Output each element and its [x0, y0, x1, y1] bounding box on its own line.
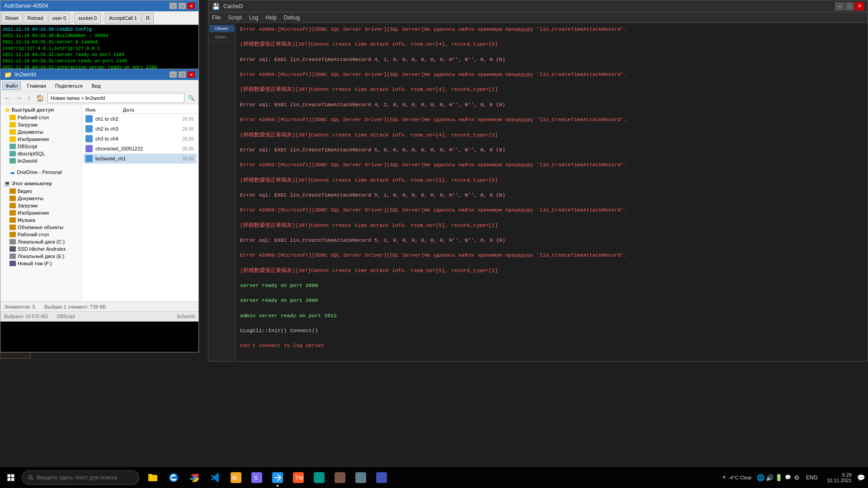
sidebar-documents[interactable]: Документы	[0, 128, 81, 136]
taskbar-app8[interactable]: TM	[288, 468, 308, 488]
sidebar-drive-c[interactable]: Локальный диск (C:)	[0, 238, 81, 245]
menu-share[interactable]: Поделиться	[52, 82, 85, 89]
back-button[interactable]: ←	[2, 94, 12, 102]
sidebar-video[interactable]: Видео	[0, 188, 81, 195]
exp-minimize[interactable]: ─	[170, 71, 177, 78]
sidebar-dl[interactable]: Загрузки	[0, 202, 81, 209]
file-ch2-ch3[interactable]: ch2 to ch3 28.06.	[84, 124, 197, 134]
output-line: Error 42000:[Microsoft][ODBC SQL Server …	[240, 252, 863, 259]
restore-button[interactable]: □	[179, 3, 186, 9]
sidebar-wdesktop[interactable]: Рабочий стол	[0, 231, 81, 238]
menu-script[interactable]: Script	[228, 14, 242, 21]
output-line: Error 42000:[Microsoft][ODBC SQL Server …	[240, 161, 863, 169]
search-input[interactable]	[37, 474, 127, 481]
sidebar-music[interactable]: Музыка	[0, 216, 81, 224]
sidebar-downloads[interactable]: Загрузки	[0, 121, 81, 128]
menu-view[interactable]: Вид	[89, 82, 104, 89]
output-line: server ready on port 2006	[240, 297, 863, 305]
up-button[interactable]: ↑	[26, 94, 33, 102]
sidebar-images[interactable]: Изображения	[0, 136, 81, 143]
svg-rect-12	[355, 472, 366, 483]
tray-settings[interactable]: ⚙	[793, 474, 801, 481]
taskbar-app12[interactable]	[372, 468, 392, 488]
reset-button[interactable]: Reset	[1, 13, 23, 23]
language-indicator[interactable]: ENG	[802, 474, 821, 481]
exp-restore[interactable]: □	[179, 71, 186, 78]
taskbar-app11[interactable]	[351, 468, 371, 488]
file-lin2world-ch1[interactable]: lin2world_ch1 28.06.	[84, 154, 197, 164]
sidebar-ssd[interactable]: SSD Hitcher Androlex	[0, 245, 81, 253]
output-line: Error sql: EXEC lin_CreateTimeAttackReco…	[240, 56, 863, 64]
sidebar-dbscript[interactable]: DBScript	[0, 143, 81, 150]
menu-debug[interactable]: Debug	[284, 14, 300, 21]
start-button[interactable]	[0, 467, 22, 488]
menu-file-cached[interactable]: File	[212, 14, 221, 21]
file-ch3-ch4[interactable]: ch3 to ch4 28.06.	[84, 134, 197, 144]
explorer-body: ⭐ Быстрый доступ Рабочий стол Загрузки Д…	[0, 104, 198, 301]
taskbar-explorer[interactable]	[143, 468, 163, 488]
taskbar-app9[interactable]	[309, 468, 329, 488]
taskbar-tray: ☀ -4°C Clear 🌐 🔊 🔋 💬 ⚙ ENG 5:29 10.11.20…	[715, 472, 868, 483]
menu-home[interactable]: Главная	[24, 82, 49, 89]
user-button[interactable]: user 0	[48, 13, 71, 23]
quick-access-header: ⭐ Быстрый доступ	[0, 106, 81, 114]
taskbar-app7[interactable]	[268, 468, 288, 488]
reload-button[interactable]: Reload	[24, 13, 47, 23]
cached-output: Unowned items are cleared.Unowned items …	[236, 23, 868, 361]
taskbar-search[interactable]	[22, 470, 139, 485]
output-line: [烬模数瑷借正筹揭灰][207]Cannot create time attac…	[240, 86, 863, 94]
taskbar-app6[interactable]: S	[247, 468, 267, 488]
forward-button[interactable]: →	[14, 94, 24, 102]
sidebar-lin2world[interactable]: lin2world	[0, 157, 81, 164]
file-chronicled[interactable]: chronicled_20051222 05.06.	[84, 144, 197, 154]
panel-conn[interactable]: Conn...	[209, 33, 234, 41]
close-button[interactable]: ✕	[188, 3, 195, 9]
sidebar-imgs[interactable]: Изображения	[0, 209, 81, 216]
menu-file[interactable]: Файл	[2, 82, 21, 90]
accept-call-button[interactable]: AcceptCall 1	[105, 13, 141, 23]
r-button[interactable]: R	[142, 13, 154, 23]
exp-close[interactable]: ✕	[188, 71, 195, 78]
tray-msg[interactable]: 💬	[784, 474, 792, 481]
menu-log[interactable]: Log	[249, 14, 258, 21]
taskbar-navicat[interactable]: N	[226, 468, 246, 488]
sidebar-drive-e[interactable]: Локальный диск (E:)	[0, 253, 81, 260]
items-count: Элементов: 5	[4, 304, 35, 310]
search-box[interactable]: 🔍	[186, 95, 197, 101]
taskbar-apps: N S TM	[143, 468, 715, 488]
sidebar-desktop[interactable]: Рабочий стол	[0, 114, 81, 121]
output-line: [烬模数瑷借正筹揭灰][207]Cannot create time attac…	[240, 267, 863, 275]
sidebar-objects[interactable]: Объёмные объекты	[0, 224, 81, 231]
home-button[interactable]: 🏠	[34, 94, 46, 102]
explorer-statusbar: Элементов: 5 Выбран 1 элемент: 739 КБ	[0, 301, 198, 311]
clock-time: 5:29	[842, 472, 852, 478]
tray-icons: 🌐 🔊 🔋 💬 ⚙	[757, 474, 801, 481]
auth-title: AuthServer-40504	[4, 3, 48, 9]
tray-volume[interactable]: 🔊	[766, 474, 774, 481]
tray-network[interactable]: 🌐	[757, 474, 764, 481]
explorer-title: lin2world	[14, 71, 36, 78]
sidebar-onedrive[interactable]: ☁OneDrive - Personal	[0, 168, 81, 176]
taskbar: N S TM ☀ -4°C Clear 🌐 🔊	[0, 466, 868, 488]
taskbar-vscode[interactable]	[205, 468, 225, 488]
notification-button[interactable]: 💬	[857, 474, 864, 481]
taskbar-edge[interactable]	[164, 468, 184, 488]
weather-widget[interactable]: ☀ -4°C Clear	[718, 474, 755, 480]
address-bar[interactable]: Новая папка > lin2world	[47, 93, 184, 103]
tray-battery[interactable]: 🔋	[775, 474, 783, 481]
sidebar-docs[interactable]: Документы	[0, 195, 81, 202]
output-line: Error 42000:[Microsoft][ODBC SQL Server …	[240, 116, 863, 124]
socket-button[interactable]: socket 0	[74, 13, 101, 23]
taskbar-chrome[interactable]	[184, 468, 204, 488]
taskbar-app10[interactable]	[330, 468, 350, 488]
cached-close[interactable]: ✕	[855, 2, 864, 10]
system-clock[interactable]: 5:29 10.11.2021	[823, 472, 855, 483]
sidebar-dbscriptsql[interactable]: dbscriptSQL	[0, 150, 81, 157]
menu-help[interactable]: Help	[265, 14, 277, 21]
minimize-button[interactable]: ─	[170, 3, 177, 9]
file-ch1-ch2[interactable]: ch1 to ch2 28.06.	[84, 114, 197, 124]
cached-minimize[interactable]: ─	[835, 2, 844, 10]
cached-restore[interactable]: □	[845, 2, 854, 10]
sidebar-drive-f[interactable]: Новый том (F:)	[0, 260, 81, 267]
panel-object[interactable]: Объект	[209, 25, 234, 33]
